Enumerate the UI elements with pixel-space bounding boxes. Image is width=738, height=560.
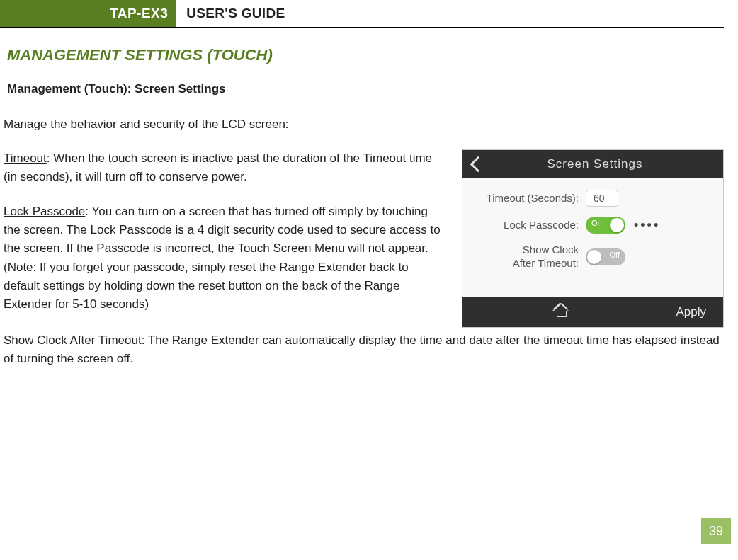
screenshot-body: Timeout (Seconds): 60 Lock Passcode: On … (462, 178, 723, 297)
passcode-mask[interactable]: •••• (634, 218, 660, 233)
clock-label-line2: After Timeout: (513, 257, 579, 269)
show-clock-label: Show Clock After Timeout: (4, 333, 144, 347)
back-icon[interactable] (470, 156, 487, 173)
home-icon[interactable] (555, 307, 567, 317)
content-row: Timeout: When the touch screen is inacti… (4, 149, 724, 330)
guide-title: USER'S GUIDE (176, 0, 295, 27)
lock-passcode-label: Lock Passcode (4, 205, 85, 218)
toggle-off-text: Off (610, 251, 620, 259)
timeout-paragraph: Timeout: When the touch screen is inacti… (4, 149, 445, 187)
text-column: Timeout: When the touch screen is inacti… (4, 149, 445, 330)
toggle-knob (587, 250, 601, 264)
timeout-label: Timeout (4, 152, 47, 165)
timeout-row: Timeout (Seconds): 60 (472, 190, 710, 207)
toggle-on-text: On (591, 219, 602, 227)
clock-row: Show Clock After Timeout: Off (472, 244, 710, 270)
intro-text: Manage the behavior and security of the … (4, 118, 724, 132)
lock-row: Lock Passcode: On •••• (472, 217, 710, 234)
screenshot-header: Screen Settings (462, 150, 723, 178)
lock-passcode-paragraph: Lock Passcode: You can turn on a screen … (4, 202, 445, 314)
subsection-title: Management (Touch): Screen Settings (7, 82, 724, 96)
product-badge: TAP-EX3 (0, 0, 176, 27)
timeout-field-value: 60 (586, 190, 618, 207)
toggle-knob (610, 218, 624, 232)
clock-field-value: Off (586, 248, 625, 265)
apply-button[interactable]: Apply (676, 305, 706, 319)
lock-field-label: Lock Passcode: (472, 219, 586, 232)
screenshot-title: Screen Settings (498, 157, 692, 171)
screenshot-footer: Apply (462, 297, 723, 327)
lock-toggle[interactable]: On (586, 217, 625, 234)
lock-field-value: On •••• (586, 217, 660, 234)
clock-label-line1: Show Clock (523, 244, 579, 256)
device-screenshot: Screen Settings Timeout (Seconds): 60 Lo… (462, 149, 724, 328)
timeout-field-label: Timeout (Seconds): (472, 192, 586, 205)
lock-passcode-text: : You can turn on a screen that has turn… (4, 205, 441, 312)
clock-field-label: Show Clock After Timeout: (472, 244, 586, 270)
show-clock-paragraph: Show Clock After Timeout: The Range Exte… (4, 331, 724, 369)
page-number: 39 (701, 518, 731, 544)
timeout-text: : When the touch screen is inactive past… (4, 152, 432, 183)
timeout-input[interactable]: 60 (586, 190, 618, 207)
clock-toggle[interactable]: Off (586, 248, 625, 265)
page-content: MANAGEMENT SETTINGS (TOUCH) Management (… (0, 46, 738, 368)
section-title: MANAGEMENT SETTINGS (TOUCH) (7, 46, 724, 64)
page-header: TAP-EX3 USER'S GUIDE (0, 0, 724, 28)
